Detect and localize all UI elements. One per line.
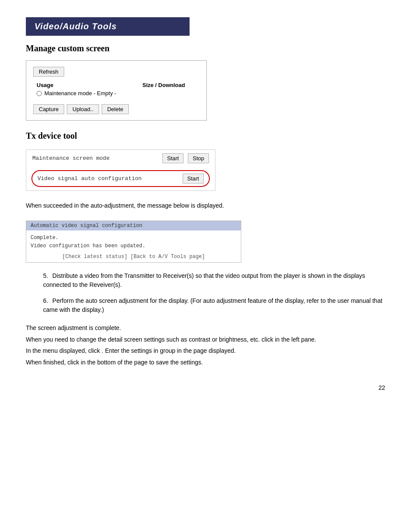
manage-section-title: Manage custom screen bbox=[26, 44, 385, 53]
header-banner: Video/Audio Tools bbox=[26, 17, 190, 36]
footer-line2: When you need to change the detail scree… bbox=[26, 335, 385, 344]
info-box-body: Complete. Video configuration has been u… bbox=[26, 230, 241, 254]
info-box-link: [Check latest status] [Back to A/V Tools… bbox=[26, 254, 241, 262]
table-row: Maintenance mode - Empty - bbox=[33, 89, 199, 97]
step5-text: Distribute a video from the Transmitter … bbox=[43, 272, 365, 288]
refresh-button[interactable]: Refresh bbox=[33, 67, 64, 77]
maintenance-row: Maintenance screen mode Start Stop bbox=[26, 150, 215, 167]
footer-line1: The screen adjustment is complete. bbox=[26, 323, 385, 333]
step6-text: Perform the auto screen adjustment for t… bbox=[43, 297, 383, 313]
col-size: Size / Download bbox=[139, 81, 200, 89]
maintenance-start-button[interactable]: Start bbox=[162, 153, 184, 163]
video-signal-start-button[interactable]: Start bbox=[183, 174, 204, 184]
video-signal-row: Video signal auto configuration Start bbox=[31, 170, 210, 187]
step6-num: 6. bbox=[43, 297, 48, 304]
manage-screen-box: Refresh Usage Size / Download Maintenanc… bbox=[26, 60, 207, 121]
list-item-5: 5. Distribute a video from the Transmitt… bbox=[43, 271, 385, 289]
footer-line3: In the menu displayed, click . Enter the… bbox=[26, 346, 385, 355]
row-label: Maintenance mode - Empty - bbox=[44, 90, 116, 96]
info-line2: Video configuration has been updated. bbox=[31, 242, 237, 250]
footer-section: The screen adjustment is complete. When … bbox=[26, 323, 385, 367]
radio-icon[interactable] bbox=[37, 91, 42, 96]
paragraph1: When succeeded in the auto-adjustment, t… bbox=[26, 201, 385, 210]
tx-section-title: Tx device tool bbox=[26, 131, 385, 141]
tx-device-box: Maintenance screen mode Start Stop Video… bbox=[26, 149, 215, 191]
col-usage: Usage bbox=[33, 81, 139, 89]
info-box: Automatic video signal configuration Com… bbox=[26, 221, 241, 263]
video-signal-row-wrapper: Video signal auto configuration Start bbox=[26, 167, 215, 190]
list-item-6: 6. Perform the auto screen adjustment fo… bbox=[43, 296, 385, 314]
numbered-list: 5. Distribute a video from the Transmitt… bbox=[43, 271, 385, 314]
banner-title: Video/Audio Tools bbox=[34, 22, 117, 31]
maintenance-stop-button[interactable]: Stop bbox=[188, 153, 209, 163]
info-line1: Complete. bbox=[31, 234, 237, 242]
footer-line4: When finished, click in the bottom of th… bbox=[26, 358, 385, 367]
info-box-header: Automatic video signal configuration bbox=[26, 221, 241, 230]
delete-button[interactable]: Delete bbox=[102, 104, 129, 114]
manage-buttons: Capture Upload.. Delete bbox=[33, 102, 199, 114]
capture-button[interactable]: Capture bbox=[33, 104, 64, 114]
step5-num: 5. bbox=[43, 272, 48, 279]
page-number: 22 bbox=[26, 384, 385, 391]
video-signal-label: Video signal auto configuration bbox=[37, 175, 178, 182]
upload-button[interactable]: Upload.. bbox=[67, 104, 99, 114]
maintenance-label: Maintenance screen mode bbox=[32, 155, 158, 162]
manage-table: Usage Size / Download Maintenance mode -… bbox=[33, 81, 199, 97]
